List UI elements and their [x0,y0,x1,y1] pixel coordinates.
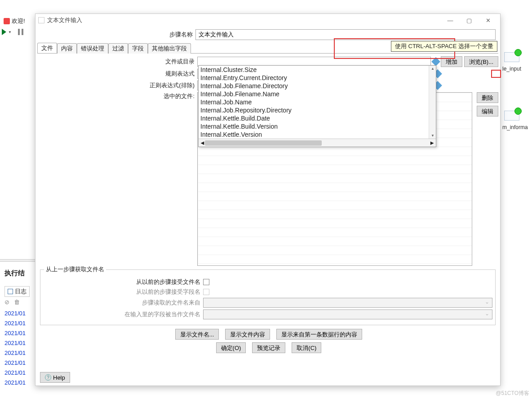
variable-tooltip: 使用 CTRL-ALT-SPACE 选择一个变量 [391,41,497,52]
log-line: 2021/01 [4,368,26,378]
dropdown-vscroll[interactable] [429,66,436,139]
browse-button[interactable]: 浏览(B)... [464,56,498,67]
source-step-label: 步骤读取的文件名来自 [43,299,203,307]
step-label-2: m_informa [502,124,528,130]
dropdown-item[interactable]: Internal.Entry.Current.Directory [199,74,436,82]
help-label: Help [53,374,65,381]
tab-error[interactable]: 错误处理 [77,43,108,54]
log-lines: 2021/01 2021/01 2021/01 2021/01 2021/01 … [4,309,26,388]
watermark: @51CTO博客 [496,390,529,397]
accept-fieldnames-checkbox [203,289,209,295]
delete-log-icon[interactable]: 🗑 [14,299,20,305]
show-content-button[interactable]: 显示文件内容 [225,329,270,340]
accept-fieldnames-label: 从以前的步骤接受字段名 [43,288,203,296]
step-name-label: 步骤名称 [35,31,195,39]
dropdown-item[interactable]: Internal.Kettle.Version [199,130,436,139]
ok-button[interactable]: 确定(O) [216,342,246,353]
log-icon [8,289,13,294]
step-name-row: 步骤名称 [35,27,500,43]
step-badge-1[interactable] [504,52,519,62]
tab-fields[interactable]: 字段 [128,43,148,54]
run-toolbar: ▼ [2,29,23,35]
tab-content[interactable]: 内容 [57,43,77,54]
dropdown-item[interactable]: Internal.Job.Name [199,98,436,106]
minimize-button[interactable]: — [441,15,460,25]
file-or-dir-label: 文件或目录 [37,58,197,66]
dropdown-hscroll[interactable]: ◄► [199,139,436,147]
pause-icon[interactable] [18,29,23,35]
play-dropdown-icon[interactable]: ▼ [8,30,12,34]
splitter[interactable] [0,259,35,262]
prev-step-group: 从上一步骤获取文件名 从以前的步骤接受文件名 从以前的步骤接受字段名 步骤读取的… [40,269,496,325]
tabbar: 文件 内容 错误处理 过滤 字段 其他输出字段 使用 CTRL-ALT-SPAC… [37,43,498,54]
titlebar: 文本文件输入 — ▢ ✕ [35,14,500,27]
show-filenames-button[interactable]: 显示文件名... [175,329,219,340]
log-line: 2021/01 [4,338,26,348]
regex-label: 规则表达式 [37,70,197,78]
log-tab[interactable]: 日志 [4,286,30,297]
group-legend: 从上一步骤获取文件名 [44,265,106,273]
dialog-title: 文本文件输入 [47,16,441,24]
log-line: 2021/01 [4,309,26,318]
source-step-combo [203,298,492,308]
selected-files-label: 选中的文件: [37,92,197,266]
edit-button[interactable]: 编辑 [477,106,498,117]
play-icon[interactable] [2,29,6,35]
log-line: 2021/01 [4,348,26,358]
help-icon: ? [45,374,51,381]
cancel-button[interactable]: 取消(C) [292,342,321,353]
welcome-icon [4,18,10,24]
field-as-filename-combo [203,309,492,319]
delete-button[interactable]: 删除 [477,92,498,103]
field-as-filename-label: 在输入里的字段被当作文件名 [43,310,203,318]
text-file-input-dialog: 文本文件输入 — ▢ ✕ 步骤名称 文件 内容 错误处理 过滤 字段 其他输出字… [35,13,501,386]
log-toolbar: ⊘ 🗑 [4,299,20,305]
tab-file[interactable]: 文件 [37,43,57,53]
add-button[interactable]: 增加 [441,56,462,67]
welcome-label: 欢迎! [12,17,25,25]
tab-other[interactable]: 其他输出字段 [148,43,191,54]
close-button[interactable]: ✕ [479,15,497,25]
log-tab-label: 日志 [15,287,27,296]
preview-button[interactable]: 预览记录 [252,342,285,353]
show-buttons-row: 显示文件名... 显示文件内容 显示来自第一条数据行的内容 [37,329,498,340]
file-tab-body: 文件或目录 增加 浏览(B)... 规则表达式 正则表达式(排除) Intern… [35,54,500,357]
show-first-row-button[interactable]: 显示来自第一条数据行的内容 [276,329,362,340]
dialog-buttons-row: 确定(O) 预览记录 取消(C) [37,342,498,353]
help-button[interactable]: ? Help [40,372,70,383]
log-line: 2021/01 [4,318,26,328]
accept-filenames-checkbox[interactable] [203,279,209,285]
tab-filter[interactable]: 过滤 [108,43,128,54]
log-line: 2021/01 [4,358,26,368]
step-name-input[interactable] [195,29,496,40]
step-badge-2[interactable] [504,111,519,121]
dropdown-item[interactable]: Internal.Kettle.Build.Date [199,114,436,122]
variable-dropdown[interactable]: Internal.Cluster.Size Internal.Entry.Cur… [198,65,436,147]
dialog-icon [38,17,44,23]
log-line: 2021/01 [4,378,26,388]
maximize-button[interactable]: ▢ [460,15,479,25]
welcome-tab[interactable]: 欢迎! [4,17,25,25]
accept-filenames-label: 从以前的步骤接受文件名 [43,278,203,286]
dropdown-item[interactable]: Internal.Cluster.Size [199,66,436,74]
dropdown-item[interactable]: Internal.Job.Filename.Directory [199,82,436,90]
dropdown-item[interactable]: Internal.Job.Filename.Name [199,90,436,98]
execution-results-heading: 执行结 [4,269,25,278]
dropdown-item[interactable]: Internal.Job.Repository.Directory [199,106,436,114]
log-line: 2021/01 [4,328,26,338]
variable-picker-icon[interactable] [431,57,440,66]
step-label-1: le_input [502,66,521,72]
regex-exclude-label: 正则表达式(排除) [37,81,197,90]
dropdown-item[interactable]: Internal.Kettle.Build.Version [199,122,436,130]
clear-log-icon[interactable]: ⊘ [4,299,9,305]
help-area: ? Help [38,372,70,383]
